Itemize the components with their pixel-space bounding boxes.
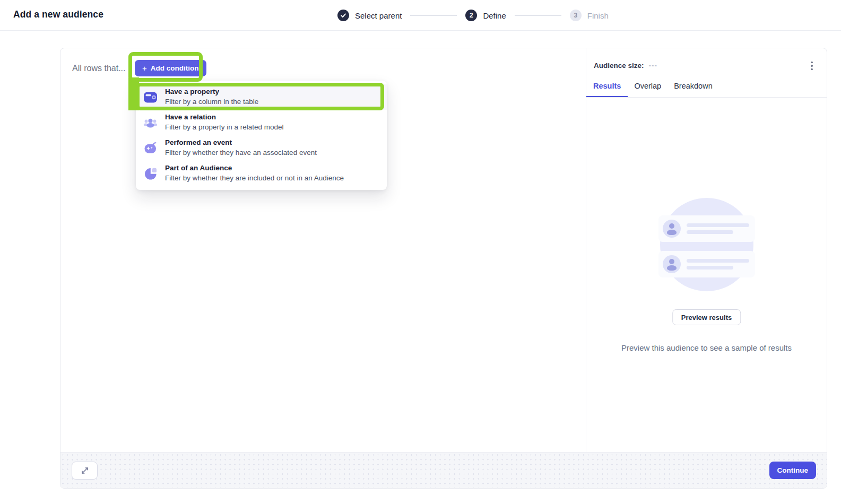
step-label: Define bbox=[483, 11, 506, 20]
step-label: Finish bbox=[587, 11, 609, 20]
step-active-circle: 2 bbox=[465, 10, 477, 21]
expand-icon bbox=[80, 466, 90, 475]
add-condition-button[interactable]: + Add condition bbox=[135, 60, 206, 76]
audience-size-row: Audience size: --- bbox=[594, 62, 657, 69]
wizard-stepper: Select parent 2 Define 3 Finish bbox=[337, 0, 609, 31]
illustration-row bbox=[658, 251, 755, 277]
placeholder-bar bbox=[687, 266, 733, 270]
all-rows-label: All rows that... bbox=[72, 64, 125, 73]
pie-chart-icon bbox=[143, 167, 158, 181]
check-icon bbox=[340, 12, 346, 19]
step-define[interactable]: 2 Define bbox=[465, 10, 506, 21]
menu-item-description: Filter by a column in the table bbox=[165, 98, 258, 107]
menu-item-description: Filter by whether they are included or n… bbox=[165, 174, 344, 183]
add-condition-label: Add condition bbox=[151, 64, 199, 72]
preview-results-button[interactable]: Preview results bbox=[672, 309, 741, 325]
step-select-parent[interactable]: Select parent bbox=[337, 10, 402, 21]
menu-item-title: Have a property bbox=[165, 88, 258, 97]
menu-item-have-a-property[interactable]: Have a property Filter by a column in th… bbox=[136, 84, 387, 110]
tab-results[interactable]: Results bbox=[586, 82, 628, 97]
step-label: Select parent bbox=[355, 11, 402, 20]
menu-item-title: Part of an Audience bbox=[165, 164, 344, 173]
menu-item-description: Filter by a property in a related model bbox=[165, 123, 284, 132]
tabs-divider bbox=[586, 97, 827, 98]
menu-item-performed-an-event[interactable]: Performed an event Filter by whether the… bbox=[136, 135, 387, 161]
person-avatar bbox=[663, 255, 681, 273]
menu-item-title: Performed an event bbox=[165, 138, 317, 147]
preview-tabs: Results Overlap Breakdown bbox=[586, 82, 713, 97]
menu-item-have-a-relation[interactable]: Have a relation Filter by a property in … bbox=[136, 110, 387, 135]
continue-button[interactable]: Continue bbox=[769, 462, 817, 479]
menu-item-description: Filter by whether they have an associate… bbox=[165, 149, 317, 158]
page-title: Add a new audience bbox=[13, 9, 103, 20]
person-avatar bbox=[663, 220, 681, 238]
tab-overlap[interactable]: Overlap bbox=[634, 82, 661, 97]
step-complete-circle bbox=[337, 10, 349, 21]
audience-size-value: --- bbox=[649, 62, 658, 69]
empty-state-hint: Preview this audience to see a sample of… bbox=[586, 343, 827, 352]
empty-state-illustration bbox=[658, 198, 755, 291]
menu-item-part-of-an-audience[interactable]: Part of an Audience Filter by whether th… bbox=[136, 161, 387, 186]
wallet-icon bbox=[143, 90, 158, 105]
preview-panel: Audience size: --- Results Overlap Break… bbox=[586, 48, 827, 453]
placeholder-bar bbox=[687, 223, 749, 227]
placeholder-bar bbox=[687, 259, 749, 263]
step-connector-line bbox=[515, 15, 561, 16]
top-header: Add a new audience Select parent 2 Defin… bbox=[0, 0, 841, 31]
step-connector-line bbox=[410, 15, 457, 16]
step-upcoming-circle: 3 bbox=[570, 10, 582, 21]
condition-type-menu: Have a property Filter by a column in th… bbox=[136, 81, 387, 190]
menu-item-title: Have a relation bbox=[165, 113, 284, 122]
tab-breakdown[interactable]: Breakdown bbox=[674, 82, 713, 97]
expand-button[interactable] bbox=[72, 462, 98, 480]
users-icon bbox=[143, 116, 158, 130]
kebab-menu-icon[interactable] bbox=[805, 59, 819, 73]
builder-footer: Continue bbox=[60, 452, 827, 488]
placeholder-bar bbox=[687, 230, 733, 234]
step-finish[interactable]: 3 Finish bbox=[570, 10, 609, 21]
illustration-row bbox=[658, 215, 755, 242]
audience-size-label: Audience size: bbox=[594, 62, 644, 69]
plus-icon: + bbox=[142, 64, 147, 73]
event-icon bbox=[143, 141, 158, 155]
